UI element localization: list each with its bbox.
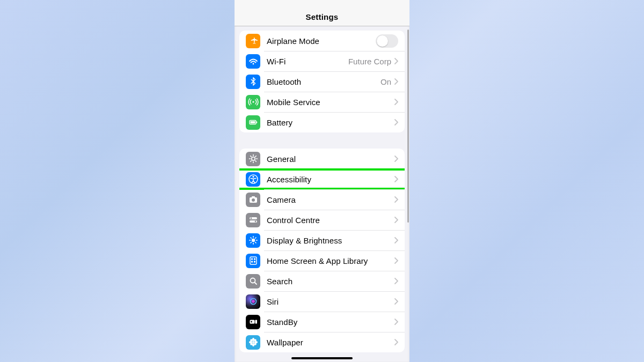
row-bluetooth[interactable]: BluetoothOn xyxy=(239,71,405,92)
chevron-right-icon xyxy=(394,339,398,345)
chevron-right-icon xyxy=(394,156,398,162)
airplane-icon xyxy=(246,34,260,48)
chevron-right-icon xyxy=(394,298,398,305)
wifi-icon xyxy=(246,54,260,69)
row-label: Accessibility xyxy=(267,175,394,184)
row-display[interactable]: Display & Brightness xyxy=(239,230,405,250)
row-label: Display & Brightness xyxy=(267,236,394,245)
chevron-right-icon xyxy=(394,319,398,325)
settings-scroll[interactable]: Airplane ModeWi-FiFuture CorpBluetoothOn… xyxy=(235,26,409,362)
siri-icon xyxy=(246,294,260,309)
gear-icon xyxy=(246,152,260,166)
settings-group: Airplane ModeWi-FiFuture CorpBluetoothOn… xyxy=(239,31,405,132)
row-label: Search xyxy=(267,277,394,286)
standby-icon xyxy=(246,315,260,329)
row-label: StandBy xyxy=(267,317,394,327)
chevron-right-icon xyxy=(394,176,398,182)
row-wallpaper[interactable]: Wallpaper xyxy=(239,332,405,352)
apps-icon xyxy=(246,254,260,268)
chevron-right-icon xyxy=(394,257,398,264)
antenna-icon xyxy=(246,95,260,109)
row-siri[interactable]: Siri xyxy=(239,291,405,312)
row-accessibility[interactable]: Accessibility xyxy=(239,169,405,189)
row-value: On xyxy=(380,77,391,86)
battery-icon xyxy=(246,115,260,130)
row-label: Wi-Fi xyxy=(267,57,348,66)
chevron-right-icon xyxy=(394,237,398,243)
row-standby[interactable]: StandBy xyxy=(239,312,405,332)
settings-group: GeneralAccessibilityCameraControl Centre… xyxy=(239,149,405,352)
row-label: Mobile Service xyxy=(267,98,394,107)
row-label: Home Screen & App Library xyxy=(267,256,394,265)
row-value: Future Corp xyxy=(348,57,391,66)
chevron-right-icon xyxy=(394,78,398,85)
switches-icon xyxy=(246,213,260,227)
row-label: Control Centre xyxy=(267,216,394,225)
row-camera[interactable]: Camera xyxy=(239,189,405,210)
chevron-right-icon xyxy=(394,278,398,284)
row-label: Airplane Mode xyxy=(267,36,376,46)
chevron-right-icon xyxy=(394,196,398,203)
airplane-toggle[interactable] xyxy=(376,34,398,48)
row-label: Siri xyxy=(267,297,394,306)
row-label: General xyxy=(267,154,394,164)
home-indicator[interactable] xyxy=(291,357,353,359)
settings-screen: Settings Airplane ModeWi-FiFuture CorpBl… xyxy=(235,0,409,362)
flower-icon xyxy=(246,335,260,350)
row-mobile[interactable]: Mobile Service xyxy=(239,92,405,112)
row-label: Bluetooth xyxy=(267,77,380,86)
row-label: Wallpaper xyxy=(267,338,394,347)
row-general[interactable]: General xyxy=(239,149,405,169)
chevron-right-icon xyxy=(394,119,398,125)
sun-icon xyxy=(246,233,260,248)
row-label: Battery xyxy=(267,118,394,127)
row-airplane[interactable]: Airplane Mode xyxy=(239,31,405,51)
camera-icon xyxy=(246,193,260,207)
chevron-right-icon xyxy=(394,58,398,64)
row-wifi[interactable]: Wi-FiFuture Corp xyxy=(239,51,405,71)
row-search[interactable]: Search xyxy=(239,271,405,291)
row-homescreen[interactable]: Home Screen & App Library xyxy=(239,250,405,271)
chevron-right-icon xyxy=(394,217,398,223)
row-battery[interactable]: Battery xyxy=(239,112,405,132)
row-controlcentre[interactable]: Control Centre xyxy=(239,210,405,230)
accessibility-icon xyxy=(246,172,260,187)
navigation-bar: Settings xyxy=(235,0,409,26)
page-title: Settings xyxy=(306,12,339,21)
bluetooth-icon xyxy=(246,75,260,89)
row-label: Camera xyxy=(267,195,394,204)
scroll-indicator xyxy=(407,29,409,223)
magnifier-icon xyxy=(246,274,260,289)
chevron-right-icon xyxy=(394,99,398,105)
